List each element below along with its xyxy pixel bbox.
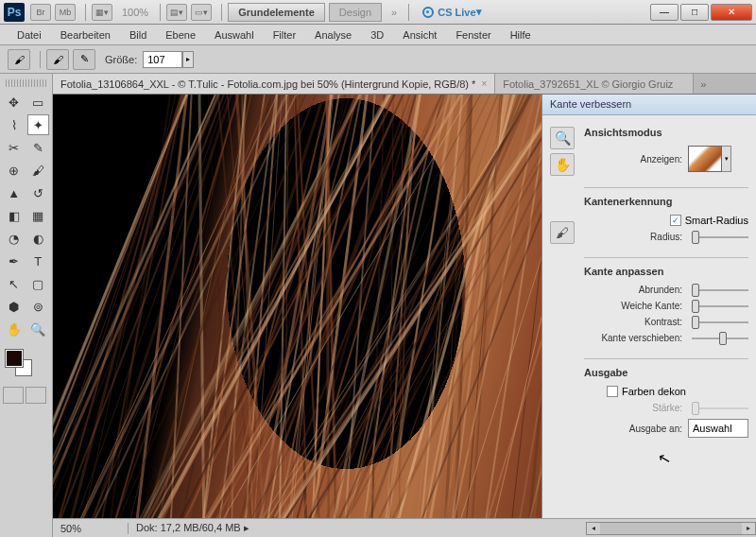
panel-title[interactable]: Kante verbessern <box>542 95 756 115</box>
workspace-more[interactable]: » <box>391 7 397 18</box>
toolbox: ✥▭ ⌇✦ ✂✎ ⊕🖌 ▲↺ ◧▦ ◔◐ ✒T ↖▢ ⬢⊚ ✋🔍 <box>0 74 53 537</box>
3d-tool[interactable]: ⬢ <box>3 296 26 317</box>
smart-radius-checkbox[interactable]: ✓ <box>670 215 681 226</box>
cursor-icon: ↖ <box>656 449 672 470</box>
output-select[interactable]: Auswahl <box>688 419 748 438</box>
smooth-slider[interactable] <box>692 289 748 291</box>
close-icon[interactable]: × <box>481 78 487 89</box>
tab-doc-2[interactable]: Fotolia_3792651_XL © Giorgio Gruiz <box>495 74 694 94</box>
contrast-slider[interactable] <box>692 321 748 323</box>
arrange-docs-button[interactable]: ▤▾ <box>166 4 187 21</box>
minimize-button[interactable]: — <box>650 4 679 21</box>
move-tool[interactable]: ✥ <box>3 92 26 113</box>
cs-live-button[interactable]: CS Live ▾ <box>422 6 481 18</box>
canvas[interactable]: Kante verbessern 🔍 ✋ 🖌 Ansichtsmodus Anz… <box>53 95 756 518</box>
smooth-label: Abrunden: <box>584 285 682 295</box>
foreground-swatch[interactable] <box>6 350 23 367</box>
menu-bearbeiten[interactable]: Bearbeiten <box>51 26 120 43</box>
smart-radius-label: Smart-Radius <box>685 215 748 226</box>
eyedropper-tool[interactable]: ✎ <box>27 137 50 158</box>
menu-fenster[interactable]: Fenster <box>446 26 500 43</box>
amount-slider <box>692 407 748 409</box>
menu-analyse[interactable]: Analyse <box>305 26 361 43</box>
stamp-tool[interactable]: ▲ <box>3 182 26 203</box>
refine-brush-icon[interactable]: 🖌 <box>46 49 69 70</box>
menu-bild[interactable]: Bild <box>120 26 156 43</box>
menu-3d[interactable]: 3D <box>361 26 393 43</box>
crop-tool[interactable]: ✂ <box>3 137 26 158</box>
size-stepper[interactable]: ▸ <box>182 51 194 68</box>
menu-auswahl[interactable]: Auswahl <box>205 26 264 43</box>
quick-select-tool[interactable]: ✦ <box>27 114 50 135</box>
type-tool[interactable]: T <box>27 251 50 271</box>
erase-brush-icon[interactable]: ✎ <box>73 49 95 70</box>
size-input[interactable]: 107 <box>143 51 182 68</box>
section-edge-detect: Kantenerkennung <box>584 196 748 207</box>
title-bar: Ps Br Mb ▦▾ 100% ▤▾ ▭▾ Grundelemente Des… <box>0 0 756 25</box>
section-viewmode: Ansichtsmodus <box>584 127 748 138</box>
hand-icon[interactable]: ✋ <box>550 153 575 176</box>
output-to-label: Ausgabe an: <box>584 424 682 434</box>
view-extras-button[interactable]: ▦▾ <box>92 4 112 21</box>
gradient-tool[interactable]: ▦ <box>27 205 50 226</box>
section-output: Ausgabe <box>584 367 748 378</box>
menu-datei[interactable]: Datei <box>8 26 51 43</box>
decontaminate-checkbox[interactable] <box>607 386 618 397</box>
workspace-design[interactable]: Design <box>329 3 382 22</box>
quickmask-mask[interactable] <box>26 387 46 404</box>
blur-tool[interactable]: ◔ <box>3 228 26 249</box>
status-doc-size[interactable]: Dok: 17,2 MB/60,4 MB ▸ <box>129 522 586 534</box>
refine-brush-panel-icon[interactable]: 🖌 <box>550 221 575 244</box>
hand-tool[interactable]: ✋ <box>3 319 26 339</box>
quickmask-standard[interactable] <box>3 387 24 404</box>
menu-ebene[interactable]: Ebene <box>156 26 205 43</box>
shift-edge-slider[interactable] <box>692 338 748 339</box>
contrast-label: Kontrast: <box>584 317 682 327</box>
minibridge-button[interactable]: Mb <box>55 4 76 21</box>
tab-doc-1[interactable]: Fotolia_13106864_XXL - © T.Tulic - Fotol… <box>53 74 495 94</box>
close-button[interactable]: ✕ <box>711 4 752 21</box>
tabs-overflow[interactable]: » <box>694 74 713 94</box>
shift-edge-label: Kante verschieben: <box>584 333 682 343</box>
scroll-left-arrow[interactable]: ◂ <box>587 523 600 534</box>
menu-hilfe[interactable]: Hilfe <box>501 26 541 43</box>
toolbox-grip[interactable] <box>6 79 46 87</box>
history-brush-tool[interactable]: ↺ <box>27 182 50 203</box>
size-label: Größe: <box>105 54 137 65</box>
path-select-tool[interactable]: ↖ <box>3 273 26 294</box>
lasso-tool[interactable]: ⌇ <box>3 114 26 135</box>
color-swatches[interactable] <box>2 348 50 382</box>
zoom-icon[interactable]: 🔍 <box>550 127 575 149</box>
menu-bar: Datei Bearbeiten Bild Ebene Auswahl Filt… <box>0 25 756 45</box>
screen-mode-button[interactable]: ▭▾ <box>191 4 212 21</box>
workspace-essentials[interactable]: Grundelemente <box>228 3 325 22</box>
brush-tool[interactable]: 🖌 <box>27 160 50 181</box>
maximize-button[interactable]: □ <box>680 4 709 21</box>
bridge-button[interactable]: Br <box>30 4 51 21</box>
view-thumbnail[interactable] <box>688 146 722 172</box>
feather-slider[interactable] <box>692 305 748 307</box>
healing-tool[interactable]: ⊕ <box>3 160 26 181</box>
status-zoom[interactable]: 50% <box>53 523 129 534</box>
pen-tool[interactable]: ✒ <box>3 251 26 271</box>
zoom-tool[interactable]: 🔍 <box>27 319 50 339</box>
marquee-tool[interactable]: ▭ <box>27 92 50 113</box>
options-bar: 🖌 🖌 ✎ Größe: 107 ▸ <box>0 45 756 74</box>
camera-tool[interactable]: ⊚ <box>27 296 50 317</box>
radius-slider[interactable] <box>692 236 748 238</box>
eraser-tool[interactable]: ◧ <box>3 205 26 226</box>
scroll-right-arrow[interactable]: ▸ <box>742 523 755 534</box>
horizontal-scrollbar[interactable]: ◂ ▸ <box>586 522 756 535</box>
zoom-level[interactable]: 100% <box>122 7 148 18</box>
show-label: Anzeigen: <box>584 154 682 165</box>
dodge-tool[interactable]: ◐ <box>27 228 50 249</box>
view-dropdown[interactable]: ▾ <box>722 146 731 172</box>
status-bar: 50% Dok: 17,2 MB/60,4 MB ▸ ◂ ▸ <box>53 518 756 537</box>
menu-ansicht[interactable]: Ansicht <box>393 26 446 43</box>
current-tool-icon[interactable]: 🖌 <box>8 49 30 70</box>
amount-label: Stärke: <box>584 403 682 413</box>
shape-tool[interactable]: ▢ <box>27 273 50 294</box>
refine-edge-panel: Kante verbessern 🔍 ✋ 🖌 Ansichtsmodus Anz… <box>541 95 756 518</box>
document-tabs: Fotolia_13106864_XXL - © T.Tulic - Fotol… <box>53 74 756 95</box>
menu-filter[interactable]: Filter <box>264 26 305 43</box>
